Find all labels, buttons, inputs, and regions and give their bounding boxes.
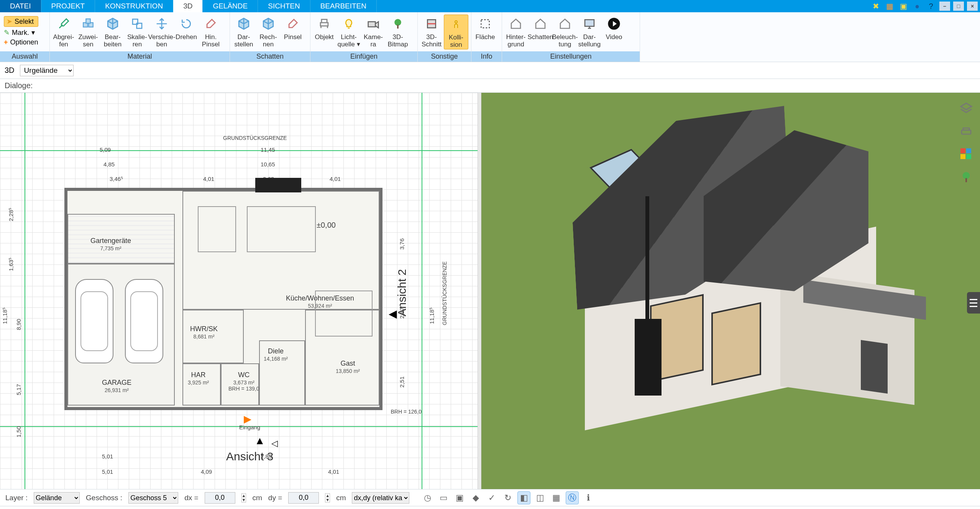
sonstige-btn-1[interactable]: Kolli-sion: [444, 15, 468, 49]
einfuegen-btn-1[interactable]: Licht-quelle ▾: [337, 15, 361, 49]
einst-btn-1[interactable]: Schatten: [528, 15, 553, 42]
side-drawer-handle[interactable]: [967, 292, 980, 314]
material-btn-5[interactable]: Drehen: [174, 15, 199, 42]
schatten-btn-0[interactable]: Dar-stellen: [231, 15, 256, 49]
unit-cm: cm: [252, 494, 262, 502]
status-bar: Wand IW 24cm L=Konstruktion G=Obergescho…: [0, 506, 980, 509]
history-icon[interactable]: ◷: [421, 491, 434, 504]
area-icon: [477, 15, 494, 32]
brush-icon: [202, 15, 219, 32]
pane-splitter[interactable]: [478, 93, 481, 489]
north-icon[interactable]: Ⓝ: [566, 491, 579, 504]
dx-spinner[interactable]: ▲▼: [241, 493, 246, 502]
pipette-icon: [55, 15, 72, 32]
material-tool-icon[interactable]: [959, 146, 974, 162]
scale-icon: [129, 15, 146, 32]
wire-icon[interactable]: ◫: [534, 491, 547, 504]
dining-table-icon: [247, 206, 316, 252]
tools-icon[interactable]: ✖: [870, 1, 881, 11]
car-icon: [75, 279, 113, 363]
geschoss-combo[interactable]: Geschoss 5: [128, 492, 178, 504]
globe-icon[interactable]: ●: [912, 1, 923, 11]
menu-gelaende[interactable]: GELÄNDE: [203, 0, 258, 12]
furniture-tool-icon[interactable]: [959, 123, 974, 139]
help-icon[interactable]: ?: [926, 1, 936, 11]
grid-icon[interactable]: ▦: [550, 491, 563, 504]
svg-rect-5: [320, 23, 328, 26]
cube-icon: [260, 15, 277, 32]
info2-icon[interactable]: ℹ: [582, 491, 595, 504]
material-btn-1[interactable]: Zuwei-sen: [76, 15, 100, 49]
floor-plan[interactable]: Gartengeräte7,735 m² GARAGE26,931 m² HWR…: [64, 188, 382, 410]
info-btn-0[interactable]: Fläche: [473, 15, 497, 42]
minimize-button[interactable]: –: [939, 2, 950, 11]
sonstige-btn-0[interactable]: 3D-Schnitt: [419, 15, 444, 49]
svg-point-7: [394, 19, 401, 26]
check-icon[interactable]: ✓: [485, 491, 498, 504]
workspace: ▶ GRUNDSTÜCKSGRENZE GRUNDSTÜCKSGRENZE 5,…: [0, 93, 980, 489]
refresh-icon[interactable]: ↻: [501, 491, 514, 504]
material-btn-0[interactable]: Abgrei-fen: [51, 15, 76, 49]
menu-bearbeiten[interactable]: BEARBEITEN: [310, 0, 377, 12]
camera-icon[interactable]: ▣: [453, 491, 466, 504]
optionen-button[interactable]: + Optionen: [4, 38, 38, 46]
layers2-icon[interactable]: ◆: [469, 491, 482, 504]
group-sonstige: Sonstige: [418, 51, 471, 62]
einfuegen-btn-0[interactable]: Objekt: [312, 15, 337, 42]
einst-btn-2[interactable]: Beleuch-tung: [553, 15, 577, 49]
sections-icon[interactable]: ▭: [437, 491, 450, 504]
einfuegen-btn-3[interactable]: 3D-Bitmap: [386, 15, 410, 49]
save-icon[interactable]: ▦: [884, 1, 895, 11]
material-btn-2[interactable]: Bear-beiten: [100, 15, 125, 49]
schatten-btn-2[interactable]: Pinsel: [281, 15, 305, 42]
dy-input[interactable]: [288, 492, 319, 504]
plant-tool-icon[interactable]: [959, 169, 974, 185]
room-gartengeraete: Gartengeräte7,735 m²: [90, 237, 131, 251]
maximize-button[interactable]: □: [953, 2, 964, 11]
material-btn-3[interactable]: Skalie-ren: [125, 15, 149, 49]
door-icon: [861, 340, 888, 394]
menu-projekt[interactable]: PROJEKT: [41, 0, 95, 12]
pane-3d[interactable]: [481, 93, 980, 489]
svg-rect-17: [966, 148, 971, 153]
pane-2d[interactable]: GRUNDSTÜCKSGRENZE GRUNDSTÜCKSGRENZE 5,09…: [0, 93, 478, 489]
mark-button[interactable]: ✎ Mark.▾: [4, 28, 38, 37]
layer-combo[interactable]: Gelände: [34, 492, 80, 504]
material-btn-6[interactable]: Hin.Pinsel: [199, 15, 223, 49]
selekt-button[interactable]: ➤ Selekt: [4, 16, 38, 27]
dy-spinner[interactable]: ▲▼: [325, 493, 330, 502]
layer-select[interactable]: Urgelände: [20, 65, 74, 76]
chair-icon: [316, 15, 333, 32]
brh-note: BRH = 126,0: [391, 409, 422, 415]
boundary-label-right: GRUNDSTÜCKSGRENZE: [442, 261, 448, 325]
material-btn-4[interactable]: Verschie-ben: [149, 15, 174, 49]
einst-btn-0[interactable]: Hinter-grund: [504, 15, 528, 49]
menu-sichten[interactable]: SICHTEN: [258, 0, 310, 12]
boundary-label: GRUNDSTÜCKSGRENZE: [223, 135, 287, 141]
close-button[interactable]: ×: [967, 2, 978, 11]
pencil-icon: ✎: [4, 28, 10, 37]
schatten-btn-1[interactable]: Rech-nen: [256, 15, 281, 49]
dx-input[interactable]: [205, 492, 235, 504]
svg-rect-15: [962, 130, 971, 134]
stove-icon: [635, 319, 662, 396]
einfuegen-btn-2[interactable]: Kame-ra: [361, 15, 386, 49]
menu-konstruktion[interactable]: KONSTRUKTION: [95, 0, 173, 12]
dim: 2,28⁵: [8, 208, 15, 221]
menu-3d[interactable]: 3D: [173, 0, 203, 12]
coord-mode[interactable]: dx,dy (relativ ka: [352, 492, 409, 504]
house-3d: [527, 104, 918, 449]
dialog-bar: Dialoge:: [0, 79, 980, 93]
solid-icon[interactable]: ◧: [517, 491, 530, 504]
layers-icon[interactable]: ▣: [898, 1, 909, 11]
layers-tool-icon[interactable]: [959, 100, 974, 116]
plus-icon: +: [4, 38, 8, 46]
svg-rect-19: [966, 154, 971, 159]
svg-rect-10: [481, 20, 489, 28]
svg-point-20: [963, 172, 970, 179]
menu-datei[interactable]: DATEI: [0, 0, 41, 12]
einst-btn-4[interactable]: Video: [602, 15, 626, 42]
group-einfuegen: Einfügen: [310, 51, 417, 62]
room-wc: WC3,673 m²BRH = 139,0: [228, 371, 259, 392]
einst-btn-3[interactable]: Dar-stellung: [577, 15, 602, 49]
